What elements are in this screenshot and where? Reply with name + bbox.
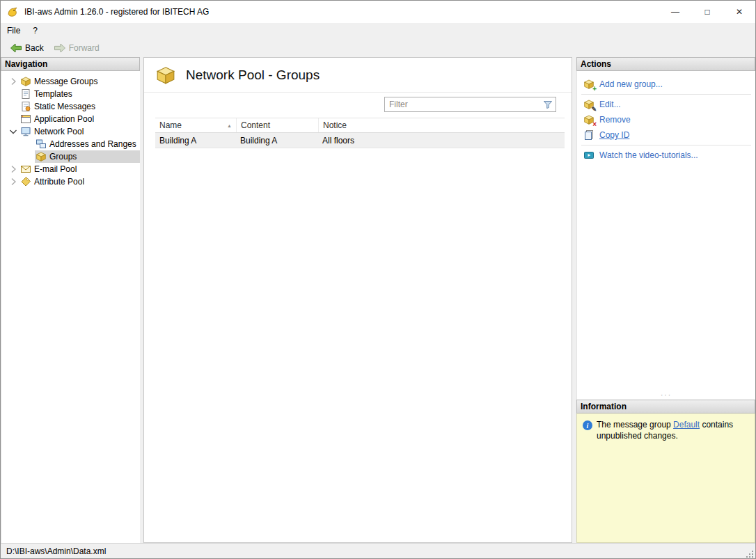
back-label: Back <box>25 43 44 53</box>
close-button[interactable]: ✕ <box>723 1 755 23</box>
copy-id-action[interactable]: Copy ID <box>577 127 755 143</box>
application-pool-icon <box>20 113 31 125</box>
nav-item-templates[interactable]: Templates <box>1 88 140 100</box>
forward-label: Forward <box>69 43 100 53</box>
action-label: Watch the video-tutorials... <box>599 150 698 160</box>
menu-file[interactable]: File <box>1 24 26 37</box>
cell-name: Building A <box>155 133 236 148</box>
chevron-right-icon[interactable] <box>7 76 19 87</box>
remove-icon: × <box>583 114 594 125</box>
nav-item-email-pool[interactable]: E-mail Pool <box>1 163 140 175</box>
navigation-toolbar: Back Forward <box>1 38 755 57</box>
nav-item-network-pool[interactable]: Network Pool <box>1 125 140 138</box>
forward-button[interactable]: Forward <box>49 40 104 56</box>
nav-item-label: Message Groups <box>34 77 97 86</box>
menu-bar: File ? <box>1 23 755 38</box>
window-controls: — □ ✕ <box>659 1 755 23</box>
column-label: Content <box>241 120 270 130</box>
nav-item-label: Network Pool <box>34 127 84 136</box>
nav-item-label: Static Messages <box>34 102 95 111</box>
information-header: Information <box>576 400 755 414</box>
info-icon: i <box>583 420 592 430</box>
navigation-header: Navigation <box>1 57 140 71</box>
nav-item-static-messages[interactable]: Static Messages <box>1 100 140 113</box>
menu-help[interactable]: ? <box>26 24 44 37</box>
message-groups-icon <box>20 76 31 87</box>
actions-header: Actions <box>576 57 755 71</box>
chevron-right-icon[interactable] <box>7 164 19 175</box>
nav-item-attribute-pool[interactable]: Attribute Pool <box>1 175 140 188</box>
nav-item-application-pool[interactable]: Application Pool <box>1 113 140 125</box>
chevron-spacer <box>7 113 19 125</box>
video-icon <box>583 150 594 161</box>
app-window: IBI-aws Admin 1.26.0 - registered for IB… <box>0 0 756 559</box>
templates-icon <box>20 88 31 100</box>
edit-icon: ✎ <box>583 99 594 110</box>
email-pool-icon <box>20 164 31 175</box>
edit-action[interactable]: ✎ Edit... <box>577 97 755 112</box>
filter-funnel-icon[interactable] <box>543 100 556 109</box>
title-bar: IBI-aws Admin 1.26.0 - registered for IB… <box>1 1 755 23</box>
back-arrow-icon <box>10 42 22 54</box>
chevron-spacer <box>7 101 19 112</box>
remove-action[interactable]: × Remove <box>577 112 755 127</box>
resize-grip[interactable] <box>746 550 754 558</box>
status-bar: D:\IBI-aws\Admin\Data.xml <box>1 543 755 558</box>
right-column: Actions + Add new group... ✎ Edit... <box>576 57 755 543</box>
window-title: IBI-aws Admin 1.26.0 - registered for IB… <box>24 7 209 17</box>
cell-notice: All floors <box>318 133 565 148</box>
column-label: Name <box>159 120 182 130</box>
nav-item-addresses-and-ranges[interactable]: Addresses and Ranges <box>1 138 140 150</box>
add-group-icon: + <box>583 79 594 90</box>
filter-row <box>144 93 572 116</box>
navigation-tree: Message Groups Templates <box>1 71 140 543</box>
copy-icon <box>583 129 594 141</box>
action-label: Add new group... <box>599 79 663 89</box>
watch-video-tutorials-action[interactable]: Watch the video-tutorials... <box>577 148 755 163</box>
static-messages-icon <box>20 101 31 112</box>
table-row[interactable]: Building A Building A All floors <box>155 133 565 148</box>
back-button[interactable]: Back <box>5 40 49 56</box>
chevron-spacer <box>22 139 35 150</box>
page-title: Network Pool - Groups <box>186 68 320 83</box>
panel-splitter-handle[interactable]: ··· <box>576 390 755 400</box>
info-text-before: The message group <box>597 420 673 430</box>
nav-item-label: Addresses and Ranges <box>49 139 136 149</box>
information-message: The message group Default contains unpub… <box>597 420 749 441</box>
network-pool-icon <box>20 126 31 137</box>
groups-table: Name ▲ Content Notice Building A Buildin… <box>155 118 565 148</box>
content-header: Network Pool - Groups <box>144 58 572 93</box>
action-label: Copy ID <box>599 130 629 140</box>
app-logo-icon <box>7 6 19 18</box>
maximize-button[interactable]: □ <box>691 1 723 23</box>
action-label: Edit... <box>599 100 621 109</box>
sort-ascending-icon: ▲ <box>227 123 232 128</box>
column-label: Notice <box>323 120 347 130</box>
nav-item-label: Attribute Pool <box>34 177 84 187</box>
filter-input[interactable] <box>385 98 543 111</box>
action-label: Remove <box>599 115 631 125</box>
attribute-pool-icon <box>20 176 31 187</box>
nav-item-message-groups[interactable]: Message Groups <box>1 75 140 88</box>
separator <box>581 145 751 145</box>
nav-item-groups[interactable]: Groups <box>1 150 140 163</box>
chevron-down-icon[interactable] <box>7 126 19 137</box>
default-message-group-link[interactable]: Default <box>673 420 700 430</box>
nav-item-label: Templates <box>34 89 72 99</box>
chevron-spacer <box>22 151 35 162</box>
actions-panel: + Add new group... ✎ Edit... × <box>576 71 755 390</box>
addresses-and-ranges-icon <box>36 139 47 150</box>
minimize-button[interactable]: — <box>659 1 691 23</box>
workspace: Navigation Message Groups <box>1 57 755 543</box>
nav-item-label: E-mail Pool <box>34 164 77 174</box>
groups-icon <box>36 151 47 162</box>
nav-item-label: Groups <box>49 152 77 162</box>
chevron-right-icon[interactable] <box>7 176 19 187</box>
add-new-group-action[interactable]: + Add new group... <box>577 77 755 92</box>
column-header-content[interactable]: Content <box>236 118 318 132</box>
column-header-name[interactable]: Name ▲ <box>155 118 236 132</box>
groups-page-icon <box>155 65 176 86</box>
column-header-notice[interactable]: Notice <box>318 118 565 132</box>
data-file-path: D:\IBI-aws\Admin\Data.xml <box>6 546 106 556</box>
nav-item-label: Application Pool <box>34 114 94 124</box>
